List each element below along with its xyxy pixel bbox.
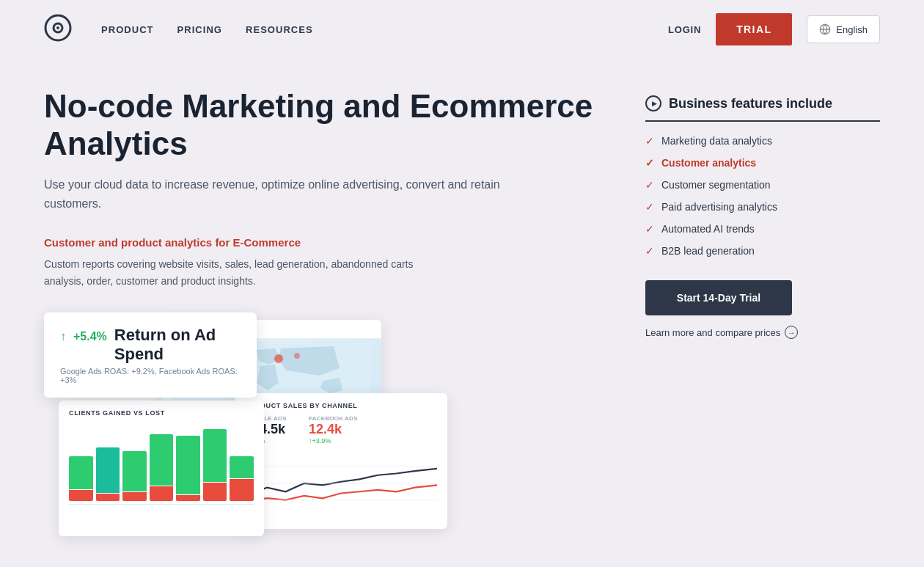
bar-group	[230, 456, 254, 501]
hero-title: No-code Marketing and Ecommerce Analytic…	[44, 88, 601, 162]
checkmark-icon: ✓	[645, 157, 654, 169]
feature-item-segmentation: ✓ Customer segmentation	[645, 179, 880, 191]
line-chart-card: PRODUCT SALES BY CHANNEL GOOGLE ADS $14.…	[235, 393, 447, 529]
features-header: ▶ Business features include	[645, 95, 880, 122]
play-icon: ▶	[645, 95, 661, 111]
bar-group	[122, 451, 147, 501]
login-button[interactable]: LOGIN	[668, 24, 701, 35]
globe-icon	[819, 23, 831, 35]
play-symbol: ▶	[652, 100, 657, 107]
facebook-value: 12.4k	[309, 422, 342, 436]
bars-container	[69, 424, 254, 505]
checkmark-icon: ✓	[645, 245, 654, 257]
roas-subtitle: Google Ads ROAS: +9.2%, Facebook Ads ROA…	[60, 367, 241, 384]
trial-button[interactable]: TRIAL	[716, 13, 792, 45]
bar-group	[96, 447, 120, 501]
roas-arrow: ↑	[60, 330, 66, 343]
svg-point-6	[294, 353, 300, 359]
language-label: English	[836, 24, 868, 35]
compare-label: Learn more and compare prices	[645, 327, 780, 338]
checkmark-icon: ✓	[645, 201, 654, 213]
svg-point-2	[56, 26, 59, 29]
hero-subtitle: Use your cloud data to increase revenue,…	[44, 175, 513, 213]
feature-label-segmentation: Customer segmentation	[661, 179, 771, 191]
bar-group	[176, 436, 200, 501]
features-panel: ▶ Business features include ✓ Marketing …	[645, 88, 880, 547]
hero-section: No-code Marketing and Ecommerce Analytic…	[0, 59, 924, 547]
feature-label-customer-analytics: Customer analytics	[661, 157, 756, 169]
nav-links: PRODUCT PRICING RESOURCES	[101, 24, 668, 35]
roas-title: Return on Ad Spend	[114, 326, 241, 364]
language-button[interactable]: English	[807, 15, 880, 43]
facebook-stat: FACEBOOK ADS 12.4k ↑+3.9%	[309, 415, 358, 445]
checkmark-icon: ✓	[645, 135, 654, 147]
feature-item-marketing: ✓ Marketing data analytics	[645, 135, 880, 147]
feature-label-marketing: Marketing data analytics	[661, 135, 772, 147]
line-card-title: PRODUCT SALES BY CHANNEL	[245, 402, 437, 409]
svg-point-5	[274, 354, 283, 363]
feature-item-b2b: ✓ B2B lead generation	[645, 245, 880, 257]
facebook-change: ↑+3.9%	[309, 437, 358, 445]
feature-item-ai-trends: ✓ Automated AI trends	[645, 223, 880, 235]
feature-label-ai-trends: Automated AI trends	[661, 223, 755, 235]
line-chart-svg	[245, 450, 437, 516]
feature-description: Custom reports covering website visits, …	[44, 256, 440, 290]
circle-arrow-icon: →	[785, 326, 798, 339]
roas-card: ↑ +5.4% Return on Ad Spend Google Ads RO…	[44, 312, 257, 398]
arrow-symbol: →	[788, 329, 795, 337]
nav-product[interactable]: PRODUCT	[101, 24, 154, 35]
roas-percent: +5.4%	[73, 330, 107, 343]
bar-group	[150, 434, 174, 501]
hero-left: No-code Marketing and Ecommerce Analytic…	[44, 88, 601, 547]
feature-item-customer-analytics[interactable]: ✓ Customer analytics	[645, 157, 880, 169]
navigation: PRODUCT PRICING RESOURCES LOGIN TRIAL En…	[0, 0, 924, 59]
nav-pricing[interactable]: PRICING	[177, 24, 222, 35]
bar-group	[203, 429, 227, 501]
feature-label-paid-ads: Paid advertising analytics	[661, 201, 777, 213]
bar-group	[69, 456, 93, 501]
checkmark-icon: ✓	[645, 179, 654, 191]
bar-chart-card: CLIENTS GAINED VS LOST	[59, 400, 264, 536]
features-list: ✓ Marketing data analytics ✓ Customer an…	[645, 135, 880, 257]
bar-card-title: CLIENTS GAINED VS LOST	[69, 409, 254, 417]
logo[interactable]	[44, 14, 72, 45]
line-stats: GOOGLE ADS $14.5k ↑ 7.4% FACEBOOK ADS 12…	[245, 415, 437, 445]
dashboard-area: ↑ +5.4% Return on Ad Spend Google Ads RO…	[44, 312, 601, 547]
feature-item-paid-ads: ✓ Paid advertising analytics	[645, 201, 880, 213]
nav-resources[interactable]: RESOURCES	[246, 24, 313, 35]
nav-right: LOGIN TRIAL English	[668, 13, 880, 45]
feature-label: Customer and product analytics for E-Com…	[44, 236, 601, 249]
features-title: Business features include	[669, 96, 832, 111]
feature-label-b2b: B2B lead generation	[661, 245, 755, 257]
checkmark-icon: ✓	[645, 223, 654, 235]
facebook-label: FACEBOOK ADS	[309, 415, 358, 422]
start-trial-button[interactable]: Start 14-Day Trial	[645, 280, 792, 315]
compare-link[interactable]: Learn more and compare prices →	[645, 326, 880, 339]
